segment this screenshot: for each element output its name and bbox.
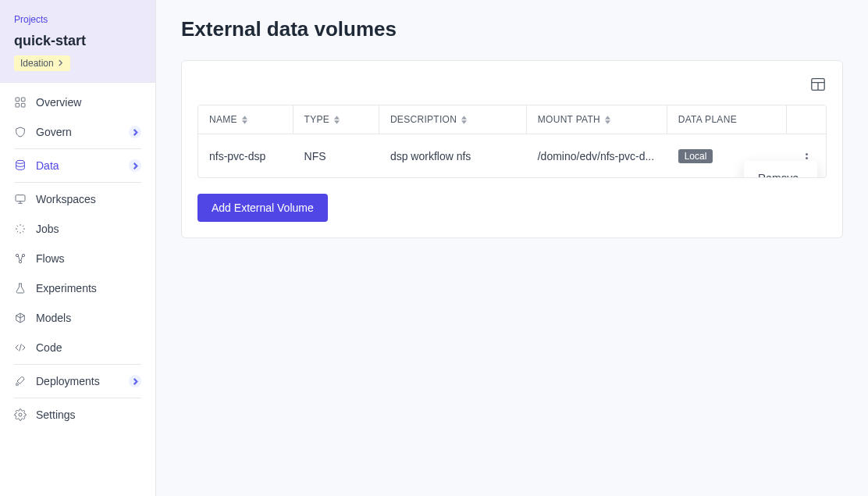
cell-type: NFS (293, 134, 379, 177)
sidebar-item-label: Govern (36, 126, 119, 138)
sidebar-item-label: Models (36, 312, 141, 324)
column-header-label: NAME (209, 114, 237, 125)
sidebar: Projects quick-start Ideation Overview G… (0, 0, 156, 496)
sidebar-item-label: Settings (36, 409, 141, 421)
sidebar-item-overview[interactable]: Overview (0, 87, 155, 117)
sidebar-item-label: Overview (36, 96, 141, 109)
sort-icon (461, 116, 467, 124)
loader-icon (14, 223, 27, 235)
column-header-type[interactable]: TYPE (293, 105, 379, 134)
sidebar-header: Projects quick-start Ideation (0, 0, 155, 83)
column-header-label: MOUNT PATH (538, 114, 600, 125)
flow-icon (14, 252, 27, 265)
sort-icon (242, 116, 247, 124)
project-name: quick-start (14, 33, 141, 49)
sidebar-item-label: Experiments (36, 282, 141, 294)
gear-icon (14, 409, 27, 421)
sidebar-item-label: Deployments (36, 375, 119, 387)
rocket-icon (14, 375, 27, 387)
svg-rect-3 (21, 103, 25, 107)
sort-icon (605, 116, 610, 124)
sidebar-item-deployments[interactable]: Deployments (0, 366, 155, 396)
column-header-data-plane[interactable]: DATA PLANE (667, 105, 787, 134)
volumes-table: NAME TYPE (197, 105, 827, 178)
card-toolbar (197, 77, 827, 92)
cell-mount-path: /domino/edv/nfs-pvc-d... (527, 134, 667, 177)
column-header-label: DATA PLANE (678, 114, 737, 125)
sidebar-item-models[interactable]: Models (0, 303, 155, 333)
column-header-description[interactable]: DESCRIPTION (379, 105, 527, 134)
code-icon (14, 341, 27, 354)
svg-rect-1 (21, 98, 25, 102)
nav-divider (14, 182, 141, 183)
sidebar-item-label: Jobs (36, 223, 141, 235)
cell-actions: Remove (787, 134, 826, 177)
add-external-volume-button[interactable]: Add External Volume (197, 194, 328, 222)
main-content: External data volumes NAME (156, 0, 868, 496)
volumes-card: NAME TYPE (181, 60, 843, 238)
svg-rect-2 (16, 103, 20, 107)
sidebar-item-govern[interactable]: Govern (0, 117, 155, 147)
sidebar-item-jobs[interactable]: Jobs (0, 214, 155, 244)
chevron-right-icon (129, 375, 141, 387)
svg-point-4 (16, 160, 25, 163)
shield-icon (14, 126, 27, 138)
nav-divider (14, 364, 141, 365)
stage-badge[interactable]: Ideation (14, 55, 70, 71)
cell-name: nfs-pvc-dsp (198, 134, 293, 177)
table-row: nfs-pvc-dsp NFS dsp workflow nfs /domino… (198, 134, 826, 177)
menu-item-remove[interactable]: Remove (744, 164, 817, 178)
monitor-icon (14, 193, 27, 205)
cube-icon (14, 312, 27, 324)
sidebar-item-data[interactable]: Data (0, 151, 155, 180)
nav-divider (14, 398, 141, 398)
svg-rect-0 (16, 98, 20, 102)
sidebar-item-workspaces[interactable]: Workspaces (0, 184, 155, 214)
svg-point-9 (19, 413, 22, 416)
stage-badge-label: Ideation (20, 58, 54, 69)
sidebar-item-label: Workspaces (36, 193, 141, 205)
flask-icon (14, 282, 27, 294)
chevron-right-icon (57, 59, 64, 68)
projects-breadcrumb-link[interactable]: Projects (14, 14, 141, 25)
column-settings-button[interactable] (809, 77, 827, 92)
sidebar-item-label: Data (36, 159, 119, 172)
column-header-mount-path[interactable]: MOUNT PATH (527, 105, 667, 134)
sidebar-item-code[interactable]: Code (0, 333, 155, 362)
database-icon (14, 159, 27, 172)
page-title: External data volumes (181, 17, 843, 41)
sidebar-item-flows[interactable]: Flows (0, 244, 155, 273)
data-plane-badge: Local (678, 149, 713, 163)
sidebar-item-label: Code (36, 341, 141, 354)
chevron-right-icon (129, 126, 141, 138)
row-actions-menu: Remove (744, 161, 817, 178)
column-header-actions (787, 105, 826, 134)
chevron-right-icon (129, 159, 141, 172)
sidebar-nav: Overview Govern Data (0, 83, 155, 434)
column-header-label: DESCRIPTION (390, 114, 457, 125)
svg-rect-5 (16, 195, 25, 202)
grid-icon (14, 96, 27, 109)
sidebar-item-settings[interactable]: Settings (0, 400, 155, 430)
sidebar-item-label: Flows (36, 252, 141, 265)
cell-description: dsp workflow nfs (379, 134, 527, 177)
column-header-label: TYPE (304, 114, 330, 125)
nav-divider (14, 148, 141, 149)
column-header-name[interactable]: NAME (198, 105, 293, 134)
svg-point-8 (19, 260, 21, 262)
sidebar-item-experiments[interactable]: Experiments (0, 273, 155, 303)
sort-icon (334, 116, 340, 124)
